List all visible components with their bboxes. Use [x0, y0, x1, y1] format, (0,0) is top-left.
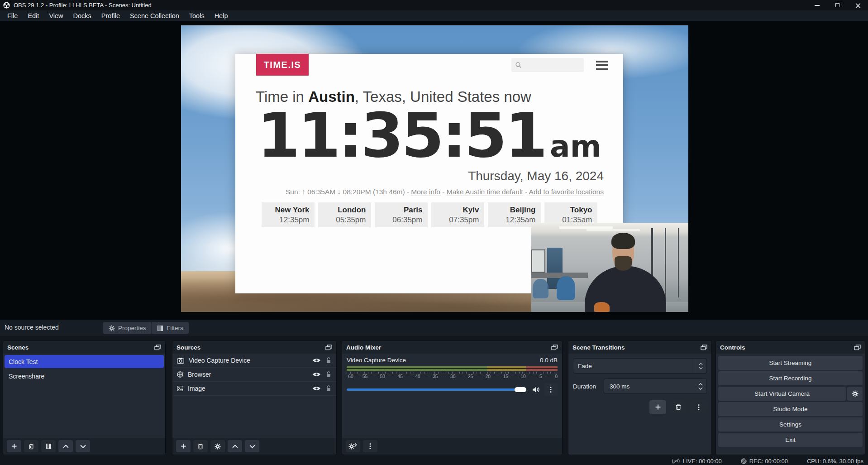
scene-item-screenshare[interactable]: Screenshare [5, 369, 164, 383]
volume-slider[interactable] [347, 385, 528, 393]
studio-mode-button[interactable]: Studio Mode [718, 402, 863, 416]
duration-label: Duration [573, 383, 599, 390]
mixer-options-button[interactable] [544, 383, 558, 396]
unlock-icon[interactable] [325, 357, 332, 364]
menu-help[interactable]: Help [210, 10, 233, 21]
duration-spin-arrows[interactable] [695, 379, 706, 393]
source-down-button[interactable] [245, 440, 259, 452]
scene-up-button[interactable] [58, 440, 73, 452]
scene-filters-button[interactable] [41, 440, 56, 452]
menu-profile[interactable]: Profile [96, 10, 125, 21]
controls-header: Controls [716, 341, 865, 354]
cpu-fps-stats: CPU: 0.6%, 30.00 fps [807, 458, 863, 465]
source-label: Video Capture Device [189, 357, 308, 364]
popout-icon[interactable] [854, 345, 861, 350]
more-info-link: More info [411, 188, 440, 196]
trash-icon [675, 404, 682, 410]
eye-icon[interactable] [312, 358, 321, 363]
controls-body: Start Streaming Start Recording Start Vi… [716, 354, 865, 455]
remove-transition-button[interactable] [670, 400, 687, 414]
source-up-button[interactable] [228, 440, 242, 452]
minimize-icon [815, 5, 820, 6]
close-button[interactable] [848, 0, 868, 10]
mixer-menu-button[interactable] [363, 440, 377, 452]
transition-select-arrows[interactable] [695, 359, 706, 373]
popout-icon[interactable] [701, 345, 707, 350]
status-bar: LIVE: 00:00:00 REC: 00:00:00 CPU: 0.6%, … [0, 457, 868, 465]
source-label: Image [188, 385, 308, 392]
clock-time: 11:35:51 [258, 100, 546, 171]
source-row-image[interactable]: Image [172, 382, 336, 396]
mixer-channel-level: 0.0 dB [540, 357, 558, 364]
source-toolbar: No source selected Properties Filters [0, 320, 868, 336]
remove-scene-button[interactable] [24, 440, 38, 452]
transition-value: Fade [573, 363, 695, 369]
unlock-icon[interactable] [325, 371, 332, 378]
camera-icon [177, 358, 184, 364]
volume-meter [347, 369, 558, 371]
timeis-date: Thursday, May 16, 2024 [468, 169, 604, 183]
start-recording-button[interactable]: Start Recording [718, 371, 863, 385]
filters-button[interactable]: Filters [151, 322, 189, 334]
live-status: LIVE: 00:00:00 [672, 458, 722, 465]
start-streaming-button[interactable]: Start Streaming [718, 356, 863, 370]
chevron-up-icon [63, 445, 69, 448]
restore-button[interactable] [827, 0, 848, 10]
popout-icon[interactable] [551, 345, 558, 350]
record-inactive-icon [741, 458, 747, 464]
scene-down-button[interactable] [76, 440, 90, 452]
search-input [511, 58, 584, 72]
start-virtual-camera-button[interactable]: Start Virtual Camera [718, 387, 846, 401]
menu-edit[interactable]: Edit [23, 10, 44, 21]
scenes-toolbar [3, 438, 165, 455]
transition-properties-button[interactable] [690, 400, 707, 414]
remove-source-button[interactable] [193, 440, 208, 452]
hamburger-menu-icon [596, 61, 608, 70]
exit-button[interactable]: Exit [718, 433, 863, 447]
source-label: Browser [188, 371, 308, 378]
close-icon [855, 3, 861, 8]
restore-icon [835, 3, 839, 7]
gear-icon [109, 325, 115, 331]
settings-button[interactable]: Settings [718, 417, 863, 431]
transition-select[interactable]: Fade [573, 358, 707, 374]
chevron-up-icon [699, 363, 703, 365]
add-transition-button[interactable] [649, 400, 666, 414]
webcam-overlay [531, 223, 688, 312]
menu-docks[interactable]: Docks [68, 10, 96, 21]
virtual-camera-config-button[interactable] [847, 387, 863, 401]
filter-icon [157, 325, 163, 331]
eye-icon[interactable] [312, 372, 321, 377]
controls-dock: Controls Start Streaming Start Recording… [715, 340, 865, 455]
menu-view[interactable]: View [44, 10, 68, 21]
source-row-browser[interactable]: Browser [172, 368, 336, 382]
add-scene-button[interactable] [7, 440, 21, 452]
chevron-down-icon [80, 445, 86, 448]
menu-scene-collection[interactable]: Scene Collection [125, 10, 184, 21]
scenes-list: Clock Test Screenshare [3, 354, 165, 438]
plus-icon [181, 443, 186, 449]
eye-icon[interactable] [312, 386, 321, 391]
dots-vertical-icon [369, 443, 371, 450]
scene-preview[interactable]: TIME.IS Time in Austin, Texas, United St… [181, 25, 688, 312]
duration-spinbox[interactable]: 300 ms [604, 379, 707, 394]
scene-item-clock-test[interactable]: Clock Test [5, 355, 164, 368]
properties-button[interactable]: Properties [103, 322, 152, 334]
timeis-clock: 11:35:51am [235, 105, 623, 166]
popout-icon[interactable] [325, 345, 332, 350]
menu-file[interactable]: File [2, 10, 23, 21]
minimize-button[interactable] [807, 0, 827, 10]
source-row-video-capture[interactable]: Video Capture Device [172, 354, 336, 368]
unlock-icon[interactable] [325, 385, 332, 392]
mixer-channel-name: Video Capture Device [347, 357, 406, 364]
speaker-icon[interactable] [532, 386, 540, 393]
source-properties-button[interactable] [210, 440, 225, 452]
scenes-dock: Scenes Clock Test Screenshare [3, 340, 166, 455]
add-source-button[interactable] [176, 440, 191, 452]
advanced-audio-button[interactable] [346, 440, 360, 452]
menu-tools[interactable]: Tools [184, 10, 210, 21]
popout-icon[interactable] [154, 345, 161, 350]
clock-ampm: am [550, 129, 601, 164]
add-favorite-link: Add to favorite locations [529, 188, 604, 196]
volume-slider-handle[interactable] [515, 387, 526, 392]
